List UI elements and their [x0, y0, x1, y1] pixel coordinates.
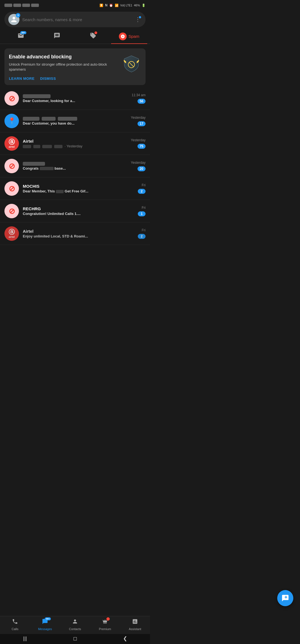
count-2: 17: [138, 121, 146, 126]
message-item[interactable]: ⓐ airtel Airtel Enjoy unlimited Local, S…: [0, 222, 150, 245]
tab-sms[interactable]: [39, 29, 75, 44]
online-dot: [139, 16, 141, 18]
dismiss-button[interactable]: DISMISS: [40, 76, 56, 81]
airtel-logo-7: ⓐ airtel: [9, 229, 15, 238]
sender-blurred-4: [23, 162, 45, 166]
message-item[interactable]: Congrats base... Yesterday 20: [0, 155, 150, 177]
message-body-4: Congrats base...: [23, 162, 127, 170]
time-1: 11:34 am: [132, 93, 146, 97]
message-body-5: MOCHIS Dear Member, This Get Free Gif...: [23, 184, 134, 193]
spam-icon: [119, 33, 127, 40]
preview-blur-4: [40, 167, 54, 170]
message-item[interactable]: Dear Customer, looking for a... 11:34 am…: [0, 87, 150, 110]
preview-7: Enjoy unlimited Local, STD & Roami...: [23, 234, 134, 238]
time-2: Yesterday: [131, 116, 146, 120]
sms-icon: [54, 32, 60, 40]
preview-2: Dear Customer, you have do...: [23, 121, 127, 125]
status-bar-left: [4, 4, 39, 7]
message-list: Dear Customer, looking for a... 11:34 am…: [0, 87, 150, 245]
message-body-3: Airtel · Yesterday: [23, 139, 127, 148]
message-body-6: RECHRG Congralution! Unlimited Calls 1..…: [23, 206, 134, 216]
count-6: 1: [138, 211, 146, 216]
banner-description: Unlock Premium for stronger offline prot…: [9, 62, 117, 72]
inbox-icon: 99+: [18, 32, 24, 40]
preview-blur-3a: [23, 145, 31, 148]
premium-shield-icon: [122, 55, 140, 73]
sender-blurred-2b: [42, 117, 56, 121]
avatar-wrapper[interactable]: 3: [8, 14, 19, 25]
message-body-2: Dear Customer, you have do...: [23, 117, 127, 125]
sender-7: Airtel: [23, 229, 134, 234]
banner-actions: LEARN MORE DISMISS: [9, 76, 117, 81]
banner-content: Enable advanced blocking Unlock Premium …: [9, 54, 117, 81]
time-5: Fri: [142, 183, 146, 187]
status-pill-2: [13, 4, 21, 7]
message-item[interactable]: 📍 Dear Customer, you have do... Yesterda…: [0, 110, 150, 132]
meta-1: 11:34 am 56: [132, 93, 146, 104]
preview-5: Dear Member, This Get Free Gif...: [23, 189, 134, 193]
sender-3: Airtel: [23, 139, 127, 143]
tagged-badge: [94, 31, 97, 34]
sender-2: [23, 117, 127, 121]
more-options-button[interactable]: [134, 16, 142, 23]
meta-5: Fri 2: [138, 183, 146, 194]
blocked-avatar-6: [4, 204, 19, 218]
spam-label: Spam: [128, 34, 139, 39]
message-item[interactable]: MOCHIS Dear Member, This Get Free Gif...…: [0, 177, 150, 200]
inbox-badge: 99+: [20, 31, 26, 34]
time-6: Fri: [142, 206, 146, 210]
status-signal: Vol) LTE1: [120, 4, 132, 7]
status-icon-nfc: N: [105, 3, 108, 7]
time-7: Fri: [142, 228, 146, 232]
sender-blurred-1: [23, 94, 51, 98]
status-bar: ⏬ N ⏰ 📶 Vol) LTE1 46% 🔋: [0, 0, 150, 10]
tab-spam[interactable]: Spam: [111, 29, 147, 44]
blocked-avatar-4: [4, 159, 19, 173]
sender-6: RECHRG: [23, 206, 134, 211]
sender-1: [23, 94, 128, 98]
message-item[interactable]: ⓐ airtel Airtel · Yesterday Yesterday 75: [0, 132, 150, 155]
shield-icon-wrapper: [122, 54, 141, 73]
preview-3: · Yesterday: [23, 144, 127, 148]
count-3: 75: [138, 144, 146, 149]
meta-4: Yesterday 20: [131, 161, 146, 171]
status-pill-1: [4, 4, 12, 7]
search-input[interactable]: [22, 17, 131, 22]
status-bar-right: ⏬ N ⏰ 📶 Vol) LTE1 46% 🔋: [99, 3, 146, 7]
airtel-logo-3: ⓐ airtel: [9, 139, 15, 148]
message-body-7: Airtel Enjoy unlimited Local, STD & Roam…: [23, 229, 134, 238]
preview-blur-3d: [54, 145, 62, 148]
status-icon-storage: ⏬: [99, 4, 103, 7]
sender-blurred-2a: [23, 117, 39, 121]
airtel-avatar-7: ⓐ airtel: [4, 226, 19, 241]
battery-icon: 🔋: [142, 4, 146, 7]
tab-bar: 99+ Spam: [0, 29, 150, 44]
sender-blurred-2c: [58, 117, 77, 121]
tab-tagged[interactable]: [75, 29, 111, 44]
blocked-avatar-5: [4, 181, 19, 196]
meta-3: Yesterday 75: [131, 138, 146, 149]
status-pill-4: [31, 4, 39, 7]
sender-5: MOCHIS: [23, 184, 134, 189]
meta-7: Fri 2: [138, 228, 146, 239]
blocked-avatar-1: [4, 91, 19, 106]
status-icon-alarm: ⏰: [109, 4, 113, 7]
count-4: 20: [138, 166, 146, 171]
meta-2: Yesterday 17: [131, 116, 146, 126]
banner-title: Enable advanced blocking: [9, 54, 117, 60]
learn-more-button[interactable]: LEARN MORE: [9, 76, 34, 81]
preview-6: Congralution! Unlimited Calls 1....: [23, 212, 134, 216]
search-bar[interactable]: 3: [4, 12, 146, 27]
preview-1: Dear Customer, looking for a...: [23, 99, 128, 103]
tab-inbox[interactable]: 99+: [3, 29, 39, 44]
avatar-badge: 3: [16, 13, 20, 18]
preview-blur-5: [56, 190, 64, 193]
message-body-1: Dear Customer, looking for a...: [23, 94, 128, 103]
count-1: 56: [138, 99, 146, 104]
sender-4: [23, 162, 127, 166]
status-battery: 46%: [134, 4, 140, 7]
airtel-avatar-3: ⓐ airtel: [4, 136, 19, 151]
advanced-blocking-banner: Enable advanced blocking Unlock Premium …: [4, 48, 146, 85]
status-pill-3: [22, 4, 30, 7]
message-item[interactable]: RECHRG Congralution! Unlimited Calls 1..…: [0, 200, 150, 222]
